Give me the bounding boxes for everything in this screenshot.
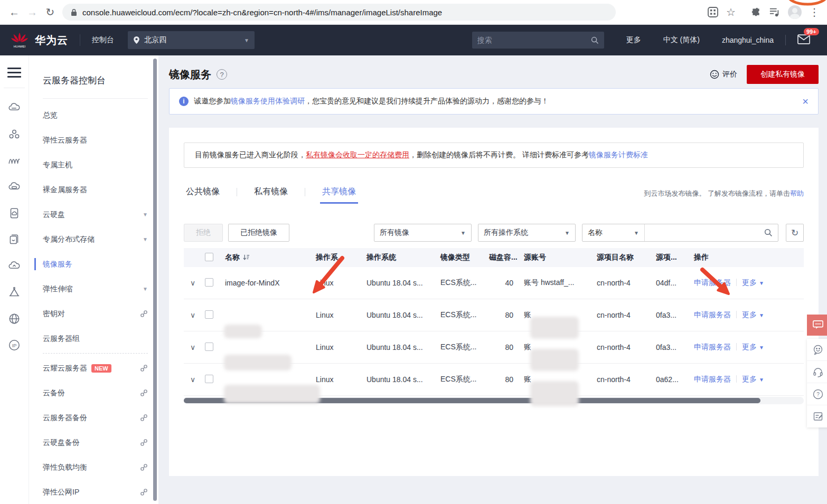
tab-public-images[interactable]: 公共镜像 (184, 186, 222, 204)
browser-profile-avatar[interactable] (788, 5, 802, 19)
row-checkbox[interactable] (205, 310, 213, 319)
blur-patch (224, 355, 292, 370)
support-button[interactable] (807, 361, 827, 383)
tab-shared-images[interactable]: 共享镜像 (320, 186, 358, 204)
sidebar-item-dss[interactable]: 专属分布式存储▼ (29, 227, 158, 252)
sidebar-item-cbr[interactable]: 云备份 (29, 381, 158, 405)
expand-chevron-icon[interactable]: ∨ (184, 343, 202, 351)
browser-back-icon[interactable]: ← (5, 6, 23, 18)
playlist-icon[interactable] (769, 7, 781, 17)
sidebar-item-auto-scaling[interactable]: 弹性伸缩▼ (29, 277, 158, 301)
sidebar-item-dedicated-host[interactable]: 专属主机 (29, 153, 158, 177)
survey-link[interactable]: 镜像服务使用体验调研 (231, 97, 305, 105)
disk-value: 40 (486, 279, 521, 287)
chevron-down-icon: ▼ (143, 286, 148, 292)
expand-chevron-icon[interactable]: ∨ (184, 311, 202, 319)
feedback-chat-button[interactable] (807, 315, 827, 336)
more-link[interactable]: 更多 ▼ (742, 278, 764, 287)
billing-standard-link[interactable]: 镜像服务计费标准 (589, 150, 648, 160)
messages-button[interactable]: 99+ (797, 34, 810, 46)
expand-chevron-icon[interactable]: ∨ (184, 279, 202, 287)
apps-grid-icon[interactable] (707, 6, 719, 18)
reject-button[interactable]: 拒绝 (184, 224, 223, 242)
console-link[interactable]: 控制台 (92, 35, 114, 45)
sidebar-item-hecs[interactable]: 云耀云服务器NEW (29, 356, 158, 381)
bookmark-star-icon[interactable]: ☆ (726, 6, 736, 18)
elastic-ip-icon[interactable]: IP (5, 332, 23, 358)
language-switcher[interactable]: 中文 (简体) (663, 35, 700, 45)
type-value: ECS系统... (437, 343, 486, 352)
operations-cell: 申请服务器更多 ▼ (691, 310, 804, 320)
scaling-waves-icon[interactable] (5, 147, 23, 174)
browser-menu-icon[interactable]: ⋮ (809, 6, 820, 18)
search-input[interactable] (645, 224, 759, 241)
operations-divider (736, 279, 737, 286)
sidebar-item-elb[interactable]: 弹性负载均衡 (29, 455, 158, 480)
satisfaction-survey-button[interactable] (807, 339, 827, 361)
more-link[interactable]: 更多 ▼ (742, 310, 764, 319)
more-link[interactable]: 更多 ▼ (742, 375, 764, 383)
address-bar[interactable]: console.huaweicloud.com/ecm/?locale=zh-c… (62, 4, 616, 21)
close-icon[interactable]: × (802, 96, 809, 107)
more-menu[interactable]: 更多 (626, 35, 641, 45)
help-link[interactable]: 帮助 (790, 189, 804, 197)
select-all-checkbox[interactable] (205, 253, 213, 261)
rejected-images-button[interactable]: 已拒绝镜像 (228, 224, 289, 242)
survey-note-button[interactable] (807, 405, 827, 427)
row-checkbox[interactable] (205, 375, 213, 383)
lock-icon (71, 8, 77, 16)
tab-private-images[interactable]: 私有镜像 (252, 186, 290, 204)
public-network-icon[interactable] (5, 306, 23, 332)
messages-count-badge: 99+ (804, 28, 819, 35)
image-copies-icon[interactable] (5, 226, 23, 253)
sidebar-item-server-group[interactable]: 云服务器组 (29, 326, 158, 351)
cloud-service-icon[interactable] (5, 174, 23, 200)
menu-hamburger-icon[interactable] (7, 65, 21, 80)
console-header: HUAWEI 华为云 控制台 北京四 ▼ 更多 中文 (简体) zhanghui… (0, 25, 827, 55)
brand-name[interactable]: 华为云 (35, 33, 68, 47)
cloud-upload-icon[interactable] (5, 253, 23, 279)
sidebar-item-overview[interactable]: 总览 (29, 103, 158, 128)
cloud-disk-icon[interactable] (5, 200, 23, 226)
apply-server-link[interactable]: 申请服务器 (694, 343, 731, 351)
header-search[interactable] (472, 32, 604, 49)
image-name[interactable]: image-for-MindX (222, 279, 313, 287)
row-checkbox[interactable] (205, 278, 213, 287)
account-name[interactable]: zhanghui_china (722, 36, 774, 44)
sidebar-item-ecs[interactable]: 弹性云服务器 (29, 128, 158, 153)
resource-cluster-icon[interactable] (5, 121, 23, 147)
region-selector[interactable]: 北京四 ▼ (128, 31, 255, 49)
row-checkbox[interactable] (205, 343, 213, 351)
sidebar-item-bare-metal[interactable]: 裸金属服务器 (29, 177, 158, 202)
sidebar-item-csbs[interactable]: 云服务器备份 (29, 405, 158, 430)
sidebar-item-ims[interactable]: 镜像服务 (29, 252, 158, 277)
sidebar-item-eip[interactable]: 弹性公网IP (29, 480, 158, 504)
sidebar-item-keypair[interactable]: 密钥对 (29, 301, 158, 326)
browser-refresh-icon[interactable]: ↻ (41, 6, 59, 18)
table-row: ∨ Linux Ubuntu 18.04 s... ECS系统... 80 账 … (184, 299, 804, 331)
apply-server-link[interactable]: 申请服务器 (694, 310, 731, 319)
help-icon[interactable]: ? (217, 69, 227, 80)
apply-server-link[interactable]: 申请服务器 (694, 375, 731, 383)
image-filter-dropdown[interactable]: 所有镜像▼ (374, 224, 472, 242)
help-button[interactable]: ? (807, 383, 827, 405)
load-balance-icon[interactable] (5, 279, 23, 306)
apply-server-link[interactable]: 申请服务器 (694, 278, 731, 287)
sidebar-item-vbs[interactable]: 云硬盘备份 (29, 430, 158, 455)
search-icon[interactable] (759, 229, 778, 237)
refresh-button[interactable]: ↻ (786, 224, 804, 242)
os-filter-dropdown[interactable]: 所有操作系统▼ (478, 224, 576, 242)
create-private-image-button[interactable]: 创建私有镜像 (747, 65, 819, 84)
col-name[interactable]: 名称 (222, 253, 313, 262)
extensions-puzzle-icon[interactable] (750, 7, 762, 18)
search-category-select[interactable]: 名称▼ (582, 224, 645, 241)
more-link[interactable]: 更多 ▼ (742, 343, 764, 351)
header-search-input[interactable] (477, 36, 591, 44)
cloud-server-icon[interactable] (5, 94, 23, 121)
sidebar-item-evs[interactable]: 云硬盘▼ (29, 202, 158, 227)
sidebar-scrollbar[interactable] (153, 59, 157, 501)
sort-icon[interactable] (243, 254, 250, 261)
browser-forward-icon[interactable]: → (23, 6, 41, 18)
feedback-button[interactable]: 评价 (710, 70, 737, 79)
expand-chevron-icon[interactable]: ∨ (184, 375, 202, 384)
